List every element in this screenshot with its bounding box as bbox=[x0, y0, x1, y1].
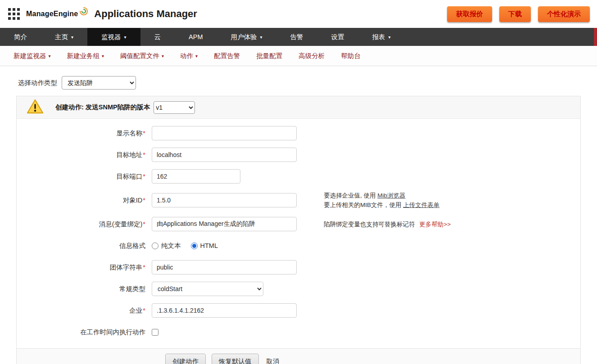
nav-item-label: 简介 bbox=[14, 33, 27, 41]
community-string-input[interactable] bbox=[152, 260, 297, 274]
manageengine-logo: ManageEngine bbox=[26, 10, 89, 18]
form-row-community: 团体字符串* bbox=[17, 260, 580, 274]
plaintext-radio-label: 纯文本 bbox=[161, 242, 181, 250]
subnav-item-label: 配置告警 bbox=[214, 52, 240, 60]
business-hours-checkbox[interactable] bbox=[152, 329, 158, 336]
object-id-input[interactable] bbox=[152, 193, 297, 207]
subnav-item-label: 动作 bbox=[180, 52, 193, 60]
subnav-item-label: 帮助台 bbox=[341, 52, 361, 60]
business-hours-label: 在工作时间内执行动作 bbox=[17, 328, 152, 337]
required-marker: * bbox=[143, 307, 145, 314]
manageengine-logo-text: ManageEngine bbox=[26, 10, 78, 18]
page: ManageEngine Applications Manager 获取报价 下… bbox=[0, 0, 597, 364]
format-option-plaintext[interactable]: 纯文本 bbox=[152, 242, 181, 250]
download-button[interactable]: 下载 bbox=[499, 6, 531, 22]
nav-item-monitors[interactable]: 监视器 ▾ bbox=[87, 28, 140, 46]
required-marker: * bbox=[143, 264, 145, 271]
top-header: ManageEngine Applications Manager 获取报价 下… bbox=[0, 0, 597, 28]
form-row-enterprise: 企业* bbox=[17, 303, 580, 318]
required-marker: * bbox=[143, 173, 145, 180]
form-row-generic-type: 常规类型 coldStart bbox=[17, 282, 580, 296]
nav-item-label: 主页 bbox=[55, 33, 68, 41]
form-row-target-address: 目标地址* bbox=[17, 148, 580, 162]
chevron-down-icon: ▾ bbox=[162, 54, 164, 58]
nav-item-label: 设置 bbox=[331, 33, 344, 41]
panel-body: 显示名称* 目标地址* 目标端口* bbox=[17, 119, 580, 348]
target-port-input[interactable] bbox=[152, 169, 240, 184]
reset-defaults-button[interactable]: 恢复默认值 bbox=[212, 354, 259, 364]
personalized-demo-button[interactable]: 个性化演示 bbox=[538, 6, 590, 22]
message-label: 消息(变量绑定)* bbox=[17, 220, 152, 229]
subnav-item-label: 阈值配置文件 bbox=[120, 52, 159, 60]
object-id-label: 对象ID* bbox=[17, 196, 152, 205]
target-port-label: 目标端口* bbox=[17, 172, 152, 181]
nav-item-label: APM bbox=[189, 33, 203, 40]
nav-item-label: 云 bbox=[154, 33, 161, 41]
required-marker: * bbox=[143, 197, 145, 204]
panel-footer: 创建动作 恢复默认值 取消 bbox=[17, 348, 580, 364]
trap-hint-block: 陷阱绑定变量也支持可替换标记符 更多帮助>> bbox=[324, 220, 451, 229]
action-type-select[interactable]: 发送陷阱 bbox=[62, 76, 136, 90]
subnav-item-label: 新建业务组 bbox=[67, 52, 100, 60]
chevron-down-icon: ▾ bbox=[49, 54, 51, 58]
panel-title: 创建动作: 发送SNMP陷阱的版本 bbox=[55, 103, 150, 112]
subnav-item-helpdesk[interactable]: 帮助台 bbox=[341, 52, 361, 60]
nav-item-cloud[interactable]: 云 bbox=[140, 28, 175, 46]
chevron-down-icon: ▾ bbox=[195, 54, 198, 58]
subnav-item-new-business-group[interactable]: 新建业务组 ▾ bbox=[67, 52, 104, 60]
cancel-link[interactable]: 取消 bbox=[267, 357, 280, 364]
upload-file-form-link[interactable]: 上传文件表单 bbox=[403, 202, 439, 208]
display-name-input[interactable] bbox=[152, 126, 297, 140]
subnav-item-advanced-analytics[interactable]: 高级分析 bbox=[298, 52, 325, 60]
form-row-format: 信息格式 纯文本 HTML bbox=[17, 238, 580, 253]
manageengine-swirl-icon bbox=[79, 6, 89, 18]
create-action-button[interactable]: 创建动作 bbox=[165, 354, 206, 364]
action-type-label: 选择动作类型 bbox=[18, 79, 57, 87]
plaintext-radio[interactable] bbox=[152, 243, 158, 249]
required-marker: * bbox=[143, 130, 145, 137]
subnav-item-configure-alarms[interactable]: 配置告警 bbox=[214, 52, 240, 60]
nav-item-settings[interactable]: 设置 bbox=[317, 28, 358, 46]
target-address-input[interactable] bbox=[152, 148, 297, 162]
mib-hint-line1: 要选择企业值, 使用 Mib浏览器 bbox=[324, 191, 439, 200]
subnav-item-threshold-profiles[interactable]: 阈值配置文件 ▾ bbox=[120, 52, 164, 60]
chevron-down-icon: ▾ bbox=[389, 35, 391, 40]
subnav-item-bulk-config[interactable]: 批量配置 bbox=[256, 52, 282, 60]
enterprise-label: 企业* bbox=[17, 306, 152, 315]
nav-item-apm[interactable]: APM bbox=[175, 28, 217, 46]
nav-item-alarms[interactable]: 告警 bbox=[276, 28, 317, 46]
form-row-target-port: 目标端口* bbox=[17, 169, 580, 184]
snmp-version-select[interactable]: v1 bbox=[154, 101, 195, 114]
nav-right-accent bbox=[594, 28, 597, 46]
nav-item-label: 监视器 bbox=[101, 33, 121, 41]
more-help-link[interactable]: 更多帮助>> bbox=[419, 221, 451, 228]
nav-item-reports[interactable]: 报表 ▾ bbox=[358, 28, 405, 46]
community-label: 团体字符串* bbox=[17, 263, 152, 272]
required-marker: * bbox=[143, 220, 145, 228]
generic-type-label: 常规类型 bbox=[17, 285, 152, 293]
subnav-item-label: 新建监视器 bbox=[14, 52, 46, 60]
subnav-item-label: 批量配置 bbox=[256, 52, 282, 60]
mib-browser-link[interactable]: Mib浏览器 bbox=[377, 192, 405, 199]
nav-item-user-experience[interactable]: 用户体验 ▾ bbox=[217, 28, 276, 46]
display-name-label: 显示名称* bbox=[17, 129, 152, 138]
form-row-message: 消息(变量绑定)* 陷阱绑定变量也支持可替换标记符 更多帮助>> bbox=[17, 217, 580, 231]
subnav-item-new-monitor[interactable]: 新建监视器 ▾ bbox=[14, 52, 51, 60]
subnav-item-actions[interactable]: 动作 ▾ bbox=[180, 52, 198, 60]
nav-item-overview[interactable]: 简介 bbox=[0, 28, 41, 46]
required-marker: * bbox=[143, 151, 145, 158]
nav-item-home[interactable]: 主页 ▾ bbox=[41, 28, 87, 46]
generic-type-select[interactable]: coldStart bbox=[152, 282, 263, 296]
format-option-html[interactable]: HTML bbox=[191, 242, 218, 249]
get-quote-button[interactable]: 获取报价 bbox=[447, 6, 492, 22]
mib-hint-line2: 要上传相关的MIB文件，使用 上传文件表单 bbox=[324, 200, 439, 210]
nav-item-label: 用户体验 bbox=[231, 33, 257, 41]
nav-item-label: 告警 bbox=[290, 33, 303, 41]
html-radio[interactable] bbox=[191, 243, 198, 249]
enterprise-input[interactable] bbox=[152, 303, 297, 318]
form-row-business-hours: 在工作时间内执行动作 bbox=[17, 325, 580, 339]
chevron-down-icon: ▾ bbox=[71, 35, 73, 40]
sub-nav: 新建监视器 ▾ 新建业务组 ▾ 阈值配置文件 ▾ 动作 ▾ 配置告警 批量配置 … bbox=[0, 46, 597, 66]
apps-grid-icon[interactable] bbox=[8, 8, 20, 20]
message-input[interactable] bbox=[152, 217, 297, 231]
